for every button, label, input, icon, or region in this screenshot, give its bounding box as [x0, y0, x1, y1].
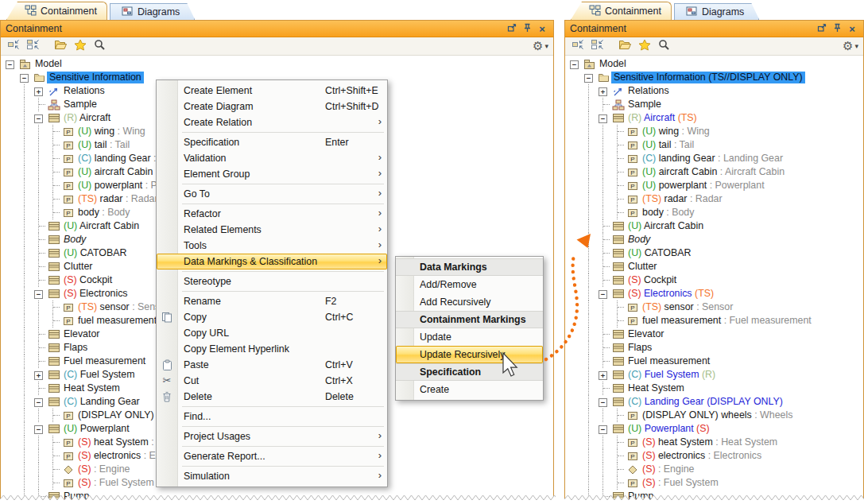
tree-item[interactable]: Fuel measurement: [565, 355, 863, 368]
tree-item[interactable]: (U) CATOBAR: [565, 246, 863, 260]
menu-item[interactable]: Find...: [157, 409, 387, 425]
tree-item[interactable]: Heat System: [565, 382, 863, 395]
submenu-item[interactable]: Update: [396, 328, 543, 346]
tree-item[interactable]: −(S) Electronics (TS): [565, 287, 863, 300]
collapse-toggle-icon[interactable]: −: [596, 111, 610, 125]
menu-item[interactable]: Data Markings & Classification›: [157, 254, 387, 269]
tree-item[interactable]: −Model: [565, 57, 863, 71]
tab-containment[interactable]: Containment: [571, 2, 672, 20]
options-button[interactable]: ⚙▾: [533, 39, 548, 53]
tree-item[interactable]: P(DISPLAY ONLY) wheels : Wheels: [565, 409, 863, 422]
tree-item[interactable]: Sample: [565, 98, 863, 111]
menu-item[interactable]: PasteCtrl+V: [157, 357, 387, 373]
collapse-selected-button[interactable]: [589, 39, 605, 53]
open-diagram-button[interactable]: [618, 39, 633, 53]
tree-item[interactable]: Pump: [1, 490, 553, 503]
close-button[interactable]: ×: [846, 23, 858, 35]
tree-item[interactable]: Pfuel measurement : Fuel measurement: [565, 314, 863, 328]
menu-item[interactable]: Related Elements›: [157, 222, 387, 238]
tree-item[interactable]: −Model: [1, 57, 553, 71]
tree-item[interactable]: P(U) aircraft Cabin : Aircraft Cabin: [565, 165, 863, 179]
collapse-toggle-icon[interactable]: −: [17, 71, 32, 84]
menu-item[interactable]: RenameF2: [157, 293, 387, 309]
tree-item[interactable]: P(TS) radar : Radar: [565, 192, 863, 206]
expand-toggle-icon[interactable]: +: [596, 84, 610, 98]
menu-item[interactable]: Create DiagramCtrl+Shift+D: [157, 99, 387, 114]
collapse-toggle-icon[interactable]: −: [568, 57, 582, 71]
collapse-toggle-icon[interactable]: −: [3, 57, 17, 71]
menu-item[interactable]: Project Usages›: [157, 428, 387, 444]
tree-item[interactable]: Body: [565, 233, 863, 246]
tree-item[interactable]: (U) Aircraft Cabin: [565, 219, 863, 233]
tree-item[interactable]: (S) : Engine: [565, 463, 863, 476]
tab-diagrams[interactable]: Diagrams: [674, 3, 760, 20]
tree-item[interactable]: P(C) landing Gear : Landing Gear: [565, 152, 863, 165]
open-diagram-button[interactable]: [53, 39, 69, 53]
favorites-button[interactable]: [637, 39, 653, 53]
tree-item[interactable]: Elevator: [565, 328, 863, 341]
collapse-selected-button[interactable]: [25, 39, 41, 53]
tree-item[interactable]: Pbody : Body: [565, 206, 863, 219]
pin-button[interactable]: [831, 23, 843, 35]
tree-item[interactable]: Clutter: [565, 260, 863, 273]
collapse-toggle-icon[interactable]: −: [32, 111, 46, 125]
tree-item[interactable]: P(U) powerplant : Powerplant: [565, 179, 863, 192]
tree-item[interactable]: Pump: [565, 490, 863, 503]
tree-item[interactable]: P(TS) sensor : Sensor: [565, 300, 863, 314]
tree-item[interactable]: −Sensitive Information (TS//DISPLAY ONLY…: [565, 71, 863, 84]
options-button[interactable]: ⚙▾: [843, 39, 858, 53]
collapse-toggle-icon[interactable]: −: [32, 395, 46, 409]
menu-item[interactable]: SpecificationEnter: [157, 134, 387, 150]
expand-toggle-icon[interactable]: +: [32, 84, 46, 98]
submenu-item[interactable]: Create: [396, 381, 543, 398]
expand-toggle-icon[interactable]: +: [596, 368, 610, 382]
collapse-toggle-icon[interactable]: −: [596, 395, 610, 409]
menu-item[interactable]: Simulation›: [157, 468, 387, 484]
collapse-toggle-icon[interactable]: −: [596, 287, 610, 300]
tree-item[interactable]: P(S) heat System : Heat System: [565, 436, 863, 449]
tree-item[interactable]: −(C) Landing Gear (DISPLAY ONLY): [565, 395, 863, 409]
menu-item[interactable]: Go To›: [157, 186, 387, 202]
menu-item[interactable]: Refactor›: [157, 206, 387, 222]
tree-item[interactable]: −(U) Powerplant (S): [565, 422, 863, 436]
tree-item[interactable]: Flaps: [565, 341, 863, 355]
menu-item[interactable]: Element Group›: [157, 166, 387, 182]
close-button[interactable]: ×: [536, 23, 548, 35]
search-button[interactable]: [656, 39, 672, 53]
menu-item[interactable]: Stereotype: [157, 273, 387, 289]
tab-diagrams[interactable]: Diagrams: [110, 3, 196, 20]
menu-item[interactable]: Tools›: [157, 238, 387, 254]
tree-item[interactable]: P(S) electronics : Electronics: [565, 449, 863, 463]
submenu-item[interactable]: Add Recursively: [396, 293, 543, 311]
collapse-toggle-icon[interactable]: −: [32, 422, 46, 436]
pin-button[interactable]: [521, 23, 533, 35]
tree-item[interactable]: (S) Cockpit: [565, 273, 863, 287]
menu-item[interactable]: CopyCtrl+C: [157, 309, 387, 325]
tree-item[interactable]: P(U) tail : Tail: [565, 138, 863, 152]
tree-item[interactable]: P(U) wing : Wing: [565, 125, 863, 138]
menu-item[interactable]: Copy Element Hyperlink: [157, 341, 387, 357]
submenu-item[interactable]: Update Recursively: [396, 346, 543, 363]
menu-item[interactable]: Create Relation›: [157, 114, 387, 130]
float-button[interactable]: [506, 23, 518, 35]
menu-item[interactable]: Validation›: [157, 150, 387, 166]
tab-containment[interactable]: Containment: [6, 2, 107, 20]
menu-item[interactable]: Create ElementCtrl+Shift+E: [157, 83, 387, 99]
collapse-all-button[interactable]: [570, 39, 586, 53]
submenu-item[interactable]: Add/Remove: [396, 276, 543, 293]
collapse-toggle-icon[interactable]: −: [582, 71, 596, 84]
favorites-button[interactable]: [72, 39, 88, 53]
expand-toggle-icon[interactable]: +: [32, 368, 46, 382]
collapse-toggle-icon[interactable]: −: [32, 287, 46, 300]
tree-item[interactable]: +(C) Fuel System (R): [565, 368, 863, 382]
tree-item[interactable]: P(S) : Fuel System: [565, 476, 863, 490]
tree-item[interactable]: −(R) Aircraft (TS): [565, 111, 863, 125]
search-button[interactable]: [91, 39, 107, 53]
menu-item[interactable]: Generate Report...›: [157, 448, 387, 464]
collapse-all-button[interactable]: [6, 39, 21, 53]
collapse-toggle-icon[interactable]: −: [596, 422, 610, 436]
menu-item[interactable]: ✂CutCtrl+X: [157, 373, 387, 389]
float-button[interactable]: [816, 23, 828, 35]
tree-item[interactable]: +Relations: [565, 84, 863, 98]
menu-item[interactable]: DeleteDelete: [157, 389, 387, 405]
